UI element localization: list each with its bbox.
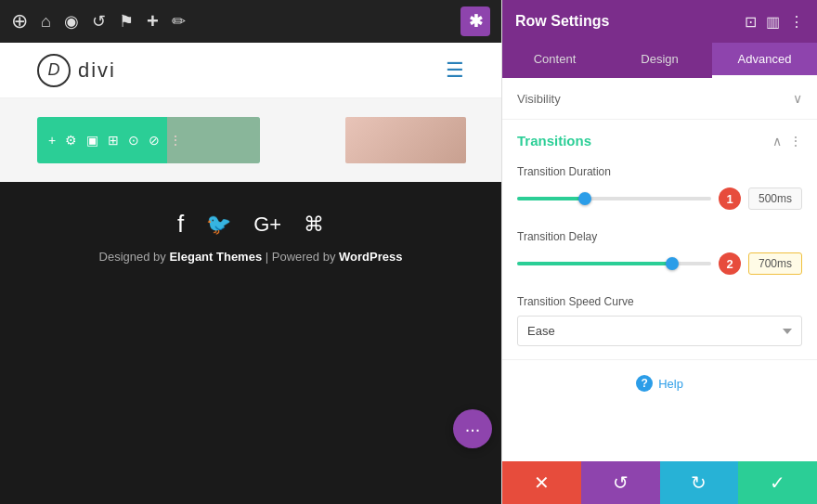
help-icon: ? bbox=[636, 375, 653, 392]
footer-text: Designed by Elegant Themes | Powered by … bbox=[99, 250, 403, 264]
tab-design[interactable]: Design bbox=[607, 43, 712, 78]
transitions-collapse-icon[interactable]: ∧ bbox=[772, 134, 782, 149]
transition-delay-label: Transition Delay bbox=[517, 230, 802, 243]
transition-delay-section: Transition Delay 2 bbox=[502, 223, 817, 288]
google-plus-icon[interactable]: G+ bbox=[253, 213, 281, 237]
reset-button[interactable]: ↺ bbox=[581, 461, 660, 504]
panel-tabs: Content Design Advanced bbox=[502, 43, 817, 78]
logo-text: divi bbox=[78, 58, 116, 83]
panel-header-icons: ⊡ ▥ ⋮ bbox=[745, 13, 804, 31]
duration-slider-fill bbox=[517, 197, 585, 200]
module-image bbox=[345, 117, 466, 163]
panel-body: Visibility ∨ Transitions ∧ ⋮ Transition … bbox=[502, 78, 817, 461]
duration-slider-thumb[interactable] bbox=[578, 192, 591, 205]
panel-footer: ✕ ↺ ↻ ✓ bbox=[502, 461, 817, 504]
tab-content[interactable]: Content bbox=[502, 43, 607, 78]
transition-duration-section: Transition Duration 1 bbox=[502, 158, 817, 223]
float-action-button[interactable]: ··· bbox=[453, 409, 492, 448]
visibility-section[interactable]: Visibility ∨ bbox=[502, 78, 817, 120]
cancel-button[interactable]: ✕ bbox=[502, 461, 581, 504]
wordpress-link[interactable]: WordPress bbox=[339, 250, 402, 264]
panel-title: Row Settings bbox=[515, 13, 609, 30]
delay-slider-fill bbox=[517, 262, 672, 265]
columns-module-icon[interactable]: ⊞ bbox=[108, 133, 119, 148]
site-header: D divi ☰ bbox=[0, 43, 501, 98]
rss-icon[interactable]: ⌘ bbox=[304, 213, 324, 237]
help-label: Help bbox=[658, 377, 683, 391]
delay-slider-thumb[interactable] bbox=[666, 257, 679, 270]
hamburger-icon[interactable]: ☰ bbox=[446, 58, 464, 83]
site-footer: f 🐦 G+ ⌘ Designed by Elegant Themes | Po… bbox=[0, 182, 501, 504]
transitions-more-icon[interactable]: ⋮ bbox=[789, 134, 802, 149]
wordpress-icon[interactable]: ⊕ bbox=[11, 9, 28, 33]
facebook-icon[interactable]: f bbox=[177, 210, 184, 239]
elegant-themes-link[interactable]: Elegant Themes bbox=[169, 250, 262, 264]
help-row[interactable]: ? Help bbox=[502, 359, 817, 407]
transition-speed-section: Transition Speed Curve Ease Linear Ease … bbox=[502, 288, 817, 359]
module-area: + ⚙ ▣ ⊞ ⊙ ⊘ ⋮ bbox=[0, 98, 501, 182]
transition-delay-row: 2 bbox=[517, 252, 802, 275]
visibility-label: Visibility bbox=[517, 92, 561, 106]
save-button[interactable]: ✓ bbox=[738, 461, 817, 504]
tab-advanced[interactable]: Advanced bbox=[712, 43, 817, 78]
flag-icon[interactable]: ⚑ bbox=[119, 11, 134, 32]
transition-duration-label: Transition Duration bbox=[517, 165, 802, 178]
transition-duration-row: 1 bbox=[517, 187, 802, 210]
delay-slider-track[interactable] bbox=[517, 262, 711, 265]
add-module-icon[interactable]: + bbox=[48, 133, 56, 148]
add-icon[interactable]: + bbox=[147, 9, 159, 33]
home-icon[interactable]: ⌂ bbox=[41, 12, 51, 32]
asterisk-badge: ✱ bbox=[460, 6, 490, 36]
delay-badge: 2 bbox=[719, 252, 741, 275]
edit-icon[interactable]: ✏ bbox=[172, 11, 186, 32]
columns-icon[interactable]: ▥ bbox=[766, 13, 780, 31]
layout-module-icon[interactable]: ▣ bbox=[86, 133, 98, 148]
logo-circle: D bbox=[37, 54, 71, 87]
twitter-icon[interactable]: 🐦 bbox=[206, 213, 231, 237]
module-bar: + ⚙ ▣ ⊞ ⊙ ⊘ ⋮ bbox=[37, 117, 260, 163]
expand-icon[interactable]: ⊡ bbox=[745, 13, 757, 31]
transitions-title: Transitions bbox=[517, 133, 591, 149]
speed-curve-select[interactable]: Ease Linear Ease In Ease Out Ease In Out bbox=[517, 316, 802, 346]
duration-badge: 1 bbox=[719, 187, 741, 210]
more-options-icon[interactable]: ⋮ bbox=[789, 13, 804, 31]
right-panel: Row Settings ⊡ ▥ ⋮ Content Design Advanc… bbox=[501, 0, 817, 504]
settings-module-icon[interactable]: ⚙ bbox=[65, 133, 77, 148]
footer-social: f 🐦 G+ ⌘ bbox=[177, 210, 324, 239]
panel-header: Row Settings ⊡ ▥ ⋮ bbox=[502, 0, 817, 43]
toolbar: ⊕ ⌂ ◉ ↺ ⚑ + ✏ ✱ bbox=[0, 0, 501, 43]
left-panel: ⊕ ⌂ ◉ ↺ ⚑ + ✏ ✱ D divi ☰ + ⚙ ▣ ⊞ ⊙ ⊘ ⋮ f… bbox=[0, 0, 501, 504]
duration-slider-track[interactable] bbox=[517, 197, 711, 200]
redo-button[interactable]: ↻ bbox=[660, 461, 739, 504]
chevron-down-icon: ∨ bbox=[793, 91, 802, 106]
speed-curve-label: Transition Speed Curve bbox=[517, 295, 802, 308]
delete-module-icon[interactable]: ⊘ bbox=[149, 133, 160, 148]
toggle-module-icon[interactable]: ⊙ bbox=[128, 133, 139, 148]
refresh-icon[interactable]: ↺ bbox=[92, 11, 106, 32]
duration-input[interactable] bbox=[748, 187, 802, 210]
site-logo: D divi bbox=[37, 54, 116, 87]
transitions-section-header: Transitions ∧ ⋮ bbox=[502, 120, 817, 158]
transitions-header-icons: ∧ ⋮ bbox=[772, 134, 802, 149]
delay-input[interactable] bbox=[748, 252, 802, 275]
palette-icon[interactable]: ◉ bbox=[64, 11, 79, 32]
more-module-icon[interactable]: ⋮ bbox=[169, 133, 182, 148]
